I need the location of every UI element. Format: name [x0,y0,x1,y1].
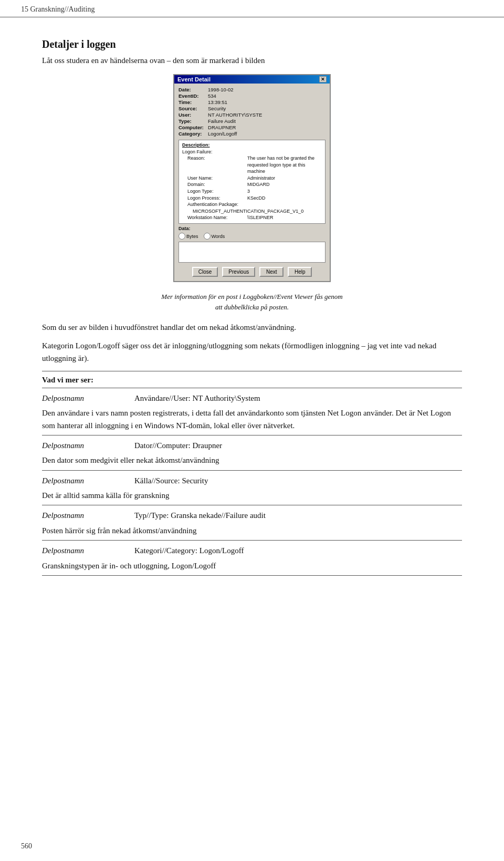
logon-type-row: Logon Type: 3 [187,188,322,195]
username-value: Administrator [247,175,275,182]
radio-bytes-input[interactable] [178,233,185,240]
radio-row: Bytes Words [178,233,326,240]
image-caption: Mer information för en post i Loggboken/… [42,292,462,312]
user-label: User: [178,112,204,118]
chapter-title: 15 Granskning//Auditing [21,5,94,14]
workstation-row: Workstation Name: \\SLEIPNER [187,214,322,221]
category-value: Logon/Logoff [208,131,326,137]
username-label: User Name: [187,175,245,182]
field-label: Delpostnamn [42,440,126,452]
divider-3 [42,505,462,505]
computer-value: DRAUPNER [208,125,326,130]
field-value: Typ//Type: Granska nekade//Failure audit [134,510,462,522]
paragraph-2: Kategorin Logon/Logoff säger oss det är … [42,340,462,365]
auth-package-value: MICROSOFT_AUTHENTICATION_PACKAGE_V1_0 [187,208,322,215]
button-row: Close Previous Next Help [178,265,326,278]
logon-failure-title: Logon Failure: [182,149,322,155]
page-number: 560 [21,842,32,850]
category-label: Category: [178,131,204,137]
field-value: Källa//Source: Security [134,475,462,487]
divider-top [42,371,462,371]
eventid-label: EventID: [178,93,204,99]
field-row: DelpostnamnKälla//Source: Security [42,475,462,487]
data-row: Data: [178,226,326,231]
radio-words[interactable]: Words [204,233,225,240]
page-header: 15 Granskning//Auditing [0,0,504,17]
field-description: Den användare i vars namn posten registr… [42,406,462,432]
caption-line1: Mer information för en post i Loggboken/… [161,293,342,300]
data-label: Data: [178,226,191,231]
date-value: 1998-10-02 [208,87,326,92]
date-label: Date: [178,87,204,92]
field-description: Det är alltid samma källa för granskning [42,489,462,502]
field-description: Den dator som medgivit eller nekat åtkom… [42,453,462,466]
window-title: Event Detail [177,76,211,82]
description-details: Reason: The user has not be granted the … [182,155,322,221]
field-row: DelpostnamnTyp//Type: Granska nekade//Fa… [42,510,462,522]
workstation-label: Workstation Name: [187,214,245,221]
field-row: DelpostnamnDator//Computer: Draupner [42,440,462,452]
vad-vi-mer-heading: Vad vi mer ser: [42,376,462,385]
field-row: DelpostnamnKategori//Category: Logon/Log… [42,545,462,557]
radio-words-input[interactable] [204,233,211,240]
time-value: 13:39:51 [208,99,326,105]
fields-container: DelpostnamnAnvändare//User: NT Authority… [42,388,462,576]
help-button[interactable]: Help [288,267,312,277]
username-row: User Name: Administrator [187,175,322,182]
field-label: Delpostnamn [42,510,126,522]
type-label: Type: [178,118,204,124]
divider-0 [42,388,462,388]
previous-button[interactable]: Previous [222,267,255,277]
radio-words-label: Words [212,234,225,239]
reason-row: Reason: The user has not be granted the … [187,155,322,175]
window-body: Date: 1998-10-02 EventID: 534 Time: 13:3… [174,84,330,282]
reason-label: Reason: [187,155,245,175]
computer-label: Computer: [178,125,204,130]
field-label: Delpostnamn [42,475,126,487]
source-value: Security [208,106,326,111]
divider-final [42,575,462,576]
domain-label: Domain: [187,181,245,188]
logon-type-value: 3 [247,188,250,195]
logon-type-label: Logon Type: [187,188,245,195]
field-label: Delpostnamn [42,545,126,557]
window-close-button[interactable]: ✕ [319,76,327,82]
auth-package-row: Authentication Package: [187,201,322,208]
logon-process-row: Logon Process: KSecDD [187,195,322,202]
page-content: Detaljer i loggen Låt oss studera en av … [0,17,504,601]
field-description: Posten härrör sig från nekad åtkomst/anv… [42,524,462,537]
caption-line2: att dubbelklicka på posten. [215,303,289,311]
field-value: Dator//Computer: Draupner [134,440,462,452]
description-label: Description: [182,142,322,148]
section-title: Detaljer i loggen [42,38,462,50]
type-value: Failure Audit [208,118,326,124]
divider-2 [42,470,462,471]
field-value: Användare//User: NT Authority\System [134,392,462,404]
user-value: NT AUTHORITY\SYSTE [208,112,326,118]
logon-process-label: Logon Process: [187,195,245,202]
field-label: Delpostnamn [42,392,126,404]
time-label: Time: [178,99,204,105]
field-value: Kategori//Category: Logon/Logoff [134,545,462,557]
description-content: Logon Failure: Reason: The user has not … [182,149,322,222]
next-button[interactable]: Next [259,267,284,277]
section-intro: Låt oss studera en av händelserna ovan –… [42,55,462,67]
field-row: DelpostnamnAnvändare//User: NT Authority… [42,392,462,404]
auth-package-label: Authentication Package: [187,201,245,208]
event-detail-window: Event Detail ✕ Date: 1998-10-02 EventID:… [173,74,331,283]
eventid-value: 534 [208,93,326,99]
radio-bytes-label: Bytes [186,234,198,239]
workstation-value: \\SLEIPNER [247,214,274,221]
event-fields-grid: Date: 1998-10-02 EventID: 534 Time: 13:3… [178,87,326,137]
source-label: Source: [178,106,204,111]
radio-bytes[interactable]: Bytes [178,233,198,240]
divider-4 [42,540,462,541]
field-description: Granskningstypen är in- och utloggning, … [42,559,462,572]
description-box: Description: Logon Failure: Reason: The … [178,140,326,224]
data-area [178,242,326,263]
divider-1 [42,435,462,435]
paragraph-1: Som du ser av bilden i huvudfönstret han… [42,321,462,334]
logon-process-value: KSecDD [247,195,266,202]
close-button[interactable]: Close [192,267,218,277]
window-titlebar: Event Detail ✕ [174,75,330,84]
